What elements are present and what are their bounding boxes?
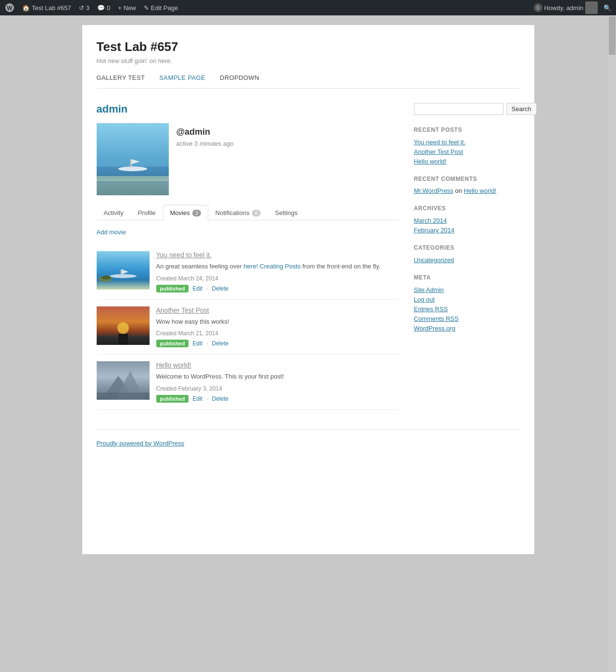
recent-comments-section: RECENT COMMENTS Mr.WordPress on Hello wo…: [414, 176, 520, 194]
nav-gallery-test[interactable]: GALLERY TEST: [97, 74, 145, 81]
site-name-item[interactable]: 🏠 Test Lab #657: [22, 4, 71, 12]
list-item: Entries RSS: [414, 305, 520, 313]
category-uncategorized[interactable]: Uncategorized: [414, 256, 454, 264]
site-tagline: Hot new stuff goin' on here.: [97, 57, 520, 64]
search-input[interactable]: [414, 103, 503, 115]
admin-user-item[interactable]: 0 Howdy, admin: [534, 1, 598, 14]
edit-link-3[interactable]: Edit: [192, 395, 202, 402]
main-content: admin: [97, 103, 520, 410]
notifications-count: 0: [252, 210, 261, 216]
meta-site-admin[interactable]: Site Admin: [414, 286, 444, 293]
list-item: Uncategorized: [414, 256, 520, 264]
sunset-thumb-image: [97, 306, 150, 345]
site-card: Test Lab #657 Hot new stuff goin' on her…: [82, 25, 534, 554]
movie-title-2[interactable]: Another Test Post: [156, 306, 400, 314]
movie-title-3[interactable]: Hello world!: [156, 361, 400, 369]
meta-comments-rss[interactable]: Comments RSS: [414, 315, 459, 322]
nav-dropdown[interactable]: DROPDOWN: [220, 74, 259, 81]
search-button[interactable]: Search: [506, 103, 537, 115]
edit-link-1[interactable]: Edit: [192, 285, 202, 292]
sidebar-search: Search: [414, 103, 520, 115]
meta-list: Site Admin Log out Entries RSS Comments …: [414, 286, 520, 332]
tab-settings[interactable]: Settings: [268, 205, 305, 220]
edit-page-item[interactable]: ✎ Edit Page: [144, 4, 178, 12]
delete-link-2[interactable]: Delete: [212, 340, 228, 347]
svg-rect-17: [118, 334, 128, 345]
archives-title: ARCHIVES: [414, 205, 520, 212]
list-item: Another Test Post: [414, 148, 520, 155]
wp-logo-item[interactable]: W: [5, 3, 14, 13]
status-badge-3: published: [156, 395, 189, 403]
comment-on: on: [455, 187, 464, 194]
revisions-item[interactable]: ↺ 3: [79, 4, 89, 12]
svg-rect-21: [97, 393, 150, 400]
user-active-status: active 3 minutes ago: [176, 140, 234, 147]
comment-post[interactable]: Hello world!: [464, 187, 496, 194]
comments-item[interactable]: 💬 0: [97, 4, 110, 12]
archives-list: March 2014 February 2014: [414, 216, 520, 234]
tab-movies[interactable]: Movies 3: [163, 205, 208, 220]
recent-comments-title: RECENT COMMENTS: [414, 176, 520, 182]
pencil-icon: ✎: [144, 4, 149, 12]
scroll-thumb[interactable]: [609, 16, 616, 55]
meta-wordpress-org[interactable]: WordPress.org: [414, 325, 455, 332]
movie-excerpt-1: An great seamless feeling over here! Cre…: [156, 262, 400, 271]
sidebar: Search RECENT POSTS You need to feel it.…: [414, 103, 520, 410]
categories-section: CATEGORIES Uncategorized: [414, 244, 520, 264]
scrollbar[interactable]: [608, 15, 616, 564]
archive-march[interactable]: March 2014: [414, 217, 447, 224]
here-link[interactable]: here!: [244, 263, 258, 270]
home-icon: 🏠: [22, 4, 30, 12]
recent-posts-title: RECENT POSTS: [414, 127, 520, 133]
status-badge-1: published: [156, 285, 189, 292]
tab-notifications[interactable]: Notifications 0: [208, 205, 268, 220]
revisions-icon: ↺: [79, 4, 84, 12]
adminbar-left: W 🏠 Test Lab #657 ↺ 3 💬 0 + New ✎ Edit P…: [5, 3, 178, 13]
tab-activity[interactable]: Activity: [97, 205, 131, 220]
footer-link[interactable]: Proudly powered by WordPress: [97, 440, 185, 447]
movie-actions-3: published Edit · Delete: [156, 395, 400, 403]
add-movie-link[interactable]: Add movie: [97, 228, 126, 236]
delete-link-1[interactable]: Delete: [212, 285, 228, 292]
svg-rect-11: [121, 269, 122, 276]
admin-bar: W 🏠 Test Lab #657 ↺ 3 💬 0 + New ✎ Edit P…: [0, 0, 616, 15]
adminbar-search-item[interactable]: 🔍: [603, 4, 611, 12]
recent-post-1[interactable]: You need to feel it.: [414, 139, 465, 146]
list-item: Hello world!: [414, 157, 520, 165]
movie-post-1: You need to feel it. An great seamless f…: [97, 244, 400, 300]
movie-thumb-3: [97, 361, 150, 400]
site-title: Test Lab #657: [97, 39, 520, 54]
new-label: New: [124, 4, 136, 12]
tab-profile[interactable]: Profile: [131, 205, 163, 220]
tab-notifications-label: Notifications: [215, 209, 250, 216]
movie-details-1: You need to feel it. An great seamless f…: [156, 251, 400, 292]
content-area: admin: [97, 103, 400, 410]
new-item[interactable]: + New: [118, 4, 136, 12]
archive-february[interactable]: February 2014: [414, 227, 455, 234]
svg-point-10: [110, 274, 137, 278]
delete-link-3[interactable]: Delete: [212, 395, 228, 402]
recent-post-2[interactable]: Another Test Post: [414, 148, 463, 155]
movies-count: 3: [192, 210, 201, 216]
movie-excerpt-2: Wow how easy this works!: [156, 317, 400, 327]
user-handle: @admin: [176, 127, 234, 137]
comment-author[interactable]: Mr.WordPress: [414, 187, 453, 194]
sep-1: ·: [206, 285, 208, 292]
archives-section: ARCHIVES March 2014 February 2014: [414, 205, 520, 234]
movie-excerpt-3: Welcome to WordPress. This is your first…: [156, 372, 400, 381]
svg-point-6: [118, 166, 147, 171]
edit-link-2[interactable]: Edit: [192, 340, 202, 347]
movie-date-1: Created March 24, 2014: [156, 275, 400, 282]
tab-settings-label: Settings: [275, 209, 298, 216]
admin-avatar: [585, 1, 598, 14]
meta-entries-rss[interactable]: Entries RSS: [414, 305, 448, 313]
nav-sample-page[interactable]: SAMPLE PAGE: [159, 74, 205, 81]
creating-link[interactable]: Creating Posts: [260, 263, 301, 270]
list-item: Site Admin: [414, 286, 520, 293]
movie-actions-1: published Edit · Delete: [156, 285, 400, 292]
recent-post-3[interactable]: Hello world!: [414, 158, 447, 165]
movie-title-1[interactable]: You need to feel it.: [156, 251, 400, 259]
recent-posts-section: RECENT POSTS You need to feel it. Anothe…: [414, 127, 520, 165]
list-item: March 2014: [414, 216, 520, 224]
meta-logout[interactable]: Log out: [414, 296, 435, 303]
